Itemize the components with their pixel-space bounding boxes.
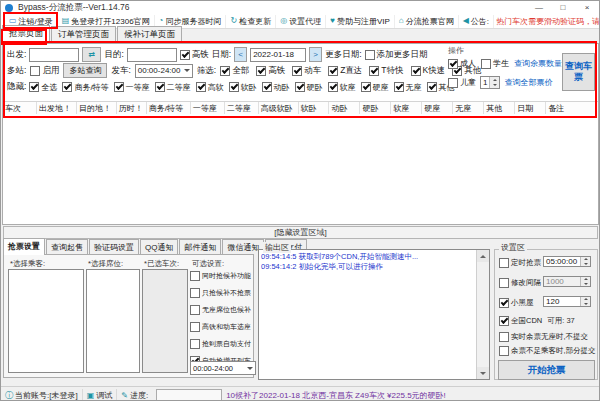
toolbar-icon: ◎ (280, 17, 287, 25)
stepper-arrows-icon[interactable] (580, 297, 590, 306)
checkbox-icon (499, 316, 509, 326)
start-grab-button[interactable]: 开始抢票 (498, 360, 595, 380)
grab-option-checkbox[interactable]: 高铁和动车选座 (190, 322, 252, 332)
checkbox-icon (114, 82, 124, 92)
seat-class-checkbox[interactable]: 动卧 (262, 82, 290, 93)
page-tab[interactable]: 订单管理页面 (51, 26, 116, 43)
next-date-button[interactable]: > (309, 47, 322, 62)
interval-input[interactable]: 1000 (543, 276, 591, 287)
more-dates-label: 更多日期: (325, 49, 361, 61)
progress-bar (156, 389, 222, 401)
train-type-checkbox[interactable]: 全部 (220, 65, 249, 77)
cdn-checkbox[interactable]: 全国CDN (499, 316, 542, 326)
timed-grab-time-input[interactable]: 05:00:00 (543, 256, 591, 267)
date-input[interactable]: 2022-01-18 (250, 48, 306, 62)
toolbar-item[interactable]: ♥ 赞助与注册VIP (326, 15, 395, 28)
settings-tab[interactable]: QQ通知 (140, 239, 178, 255)
timed-grab-checkbox[interactable]: 定时抢票 (499, 258, 541, 268)
seat-class-checkbox[interactable]: 硬座 (361, 82, 389, 93)
settings-tab[interactable]: 查询起售 (46, 239, 88, 255)
scroll-down-icon[interactable] (477, 367, 489, 379)
title-bar: Bypass-分流抢票--Ver1.14.76 — □ × (1, 1, 599, 15)
close-button[interactable]: × (575, 1, 599, 14)
seat-class-checkbox[interactable]: 硬卧 (295, 82, 323, 93)
child-checkbox[interactable]: 儿童 (448, 77, 476, 88)
grab-option-checkbox[interactable]: 抢到票自动支付 (190, 339, 252, 349)
seat-listbox[interactable] (86, 269, 140, 373)
swap-stations-button[interactable]: ⇄ (82, 47, 101, 62)
info-icon: ⓘ (5, 390, 13, 401)
output-log-box[interactable]: 09:54:14:5 获取到789个CDN,开始智能测速中...09:54:14… (258, 249, 490, 380)
grab-option-checkbox[interactable]: 只抢候补不抢票 (190, 288, 252, 298)
collapse-settings-bar[interactable]: [隐藏设置区域] (3, 226, 598, 239)
student-checkbox[interactable]: 学生 (481, 58, 509, 69)
depart-time-select[interactable]: 00:00-24:00 (135, 64, 193, 78)
seat-class-checkbox[interactable]: 商务/特等 (62, 82, 108, 93)
page-tab[interactable]: 候补订单页面 (117, 26, 182, 43)
child-count-stepper[interactable]: 1 (480, 76, 500, 89)
grab-time-range-select[interactable]: 00:00-24:00 (190, 361, 256, 375)
grab-option-checkbox[interactable]: 无座席位也候补 (190, 305, 252, 315)
ticker-message: 10候补了2022-01-18 北京西-宜昌东 Z49车次 ¥225.5元的硬卧… (226, 390, 446, 401)
query-remaining-link[interactable]: 查询余票数量 (514, 58, 562, 69)
debug-toggle[interactable]: ▣ 调试 (83, 389, 118, 401)
depart-label: 出发: (7, 49, 26, 61)
train-type-checkbox[interactable]: Z直达 (328, 65, 362, 77)
grab-option-checkbox[interactable]: 同时抢候补功能 (190, 271, 252, 281)
blackroom-checkbox[interactable]: 小黑屋 (499, 298, 534, 308)
output-scrollbar[interactable] (476, 250, 489, 379)
seat-class-checkbox[interactable]: 二等座 (155, 82, 191, 93)
add-more-dates-checkbox[interactable]: 添加更多日期 (365, 49, 428, 61)
seat-class-checkbox[interactable]: 软座 (328, 82, 356, 93)
cdn-available-count: 可用: 37 (547, 316, 575, 326)
adult-checkbox[interactable]: 成人 (448, 58, 476, 69)
minimize-button[interactable]: — (527, 1, 551, 14)
settings-label: 设置区 (499, 242, 527, 253)
interval-checkbox[interactable]: 修改间隔 (499, 278, 541, 288)
train-table-body[interactable] (3, 114, 598, 224)
multi-station-query-button[interactable]: 多站查询 (63, 63, 107, 78)
toolbar-item[interactable]: ◎ 设置代理 (276, 15, 326, 28)
date-label: 日期: (212, 49, 231, 61)
seat-class-checkbox[interactable]: 高软 (196, 82, 224, 93)
checkbox-icon (369, 66, 379, 76)
stepper-arrows-icon[interactable] (580, 257, 590, 266)
train-type-checkbox[interactable]: 高铁 (256, 65, 285, 77)
blackroom-input[interactable]: 120 (543, 296, 591, 307)
toolbar-item[interactable]: ◀ 公告: (459, 15, 494, 28)
page-tab[interactable]: 抢票页面 (2, 25, 50, 43)
prev-date-button[interactable]: < (234, 47, 247, 62)
checkbox-icon (365, 50, 375, 60)
checkbox-icon (30, 66, 40, 76)
passenger-listbox[interactable] (8, 269, 84, 373)
progress-label: 进度: (130, 390, 148, 401)
scroll-up-icon[interactable] (477, 250, 489, 262)
seat-class-checkbox[interactable]: 全选 (29, 82, 57, 93)
toolbar-item-label: 公告: (471, 16, 489, 27)
window-title: Bypass-分流抢票--Ver1.14.76 (18, 2, 129, 14)
selected-trains-listbox[interactable] (142, 269, 188, 373)
query-tickets-button[interactable]: 查询车票 (562, 53, 595, 91)
stepper-arrows-icon[interactable] (489, 77, 499, 88)
query-price-link[interactable]: 查询全部票价 (504, 77, 552, 88)
train-label: *已选车次: (144, 259, 179, 269)
no-seat-no-submit-checkbox[interactable]: 实时余票无座时,不提交 (499, 332, 588, 342)
stepper-arrows-icon[interactable] (580, 277, 590, 286)
dest-input[interactable] (127, 48, 177, 62)
depart-input[interactable] (29, 48, 79, 62)
train-type-checkbox[interactable]: K快速 (411, 65, 446, 77)
multi-enable-checkbox[interactable]: 启用 (30, 65, 59, 77)
partial-submit-checkbox[interactable]: 余票不足乘客时,部分提交 (499, 346, 596, 356)
train-type-checkbox[interactable]: 动车 (292, 65, 321, 77)
seat-class-checkbox[interactable]: 一等座 (114, 82, 150, 93)
settings-tab[interactable]: 抢票设置 (3, 238, 45, 255)
maximize-button[interactable]: □ (551, 1, 575, 14)
seat-class-checkbox[interactable]: 无座 (394, 82, 422, 93)
seat-class-checkbox[interactable]: 软卧 (229, 82, 257, 93)
train-type-checkbox[interactable]: T特快 (369, 65, 403, 77)
highspeed-checkbox[interactable]: 高铁 (180, 49, 209, 61)
settings-tab[interactable]: 验证码设置 (89, 239, 139, 255)
settings-tab[interactable]: 邮件通知 (179, 239, 221, 255)
toolbar-item[interactable]: ⌂ 分流抢票官网 (395, 15, 459, 28)
toolbar-item[interactable]: ↻ 检查更新 (226, 15, 276, 28)
